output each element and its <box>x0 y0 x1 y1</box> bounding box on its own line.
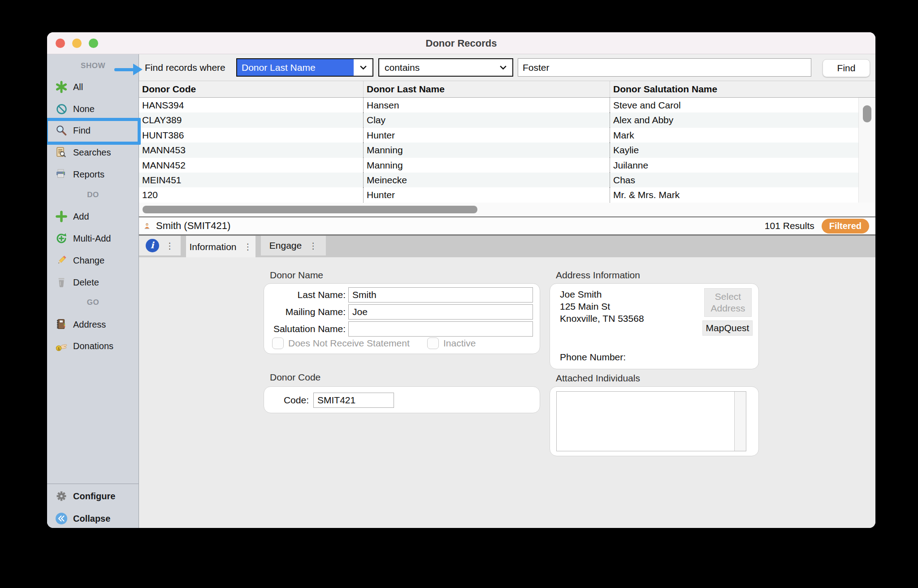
code-label: Code: <box>264 395 309 406</box>
cell-salutation: Chas <box>610 173 858 187</box>
printer-icon <box>54 168 69 181</box>
select-address-button[interactable]: Select Address <box>704 288 752 317</box>
sidebar-item-address[interactable]: Address <box>47 314 139 335</box>
last-name-input[interactable] <box>348 287 533 303</box>
cell-last-name: Meinecke <box>363 173 610 187</box>
annotation-arrow-line <box>114 68 134 71</box>
sidebar-item-label: Configure <box>73 491 115 502</box>
plus-icon <box>54 210 69 223</box>
address-info-panel: Joe Smith 125 Main St Knoxville, TN 5356… <box>550 283 759 369</box>
filtered-badge[interactable]: Filtered <box>822 219 869 233</box>
sidebar-item-configure[interactable]: Configure <box>47 485 139 507</box>
address-info-section-title: Address Information <box>556 270 640 281</box>
sidebar-item-change[interactable]: Change <box>47 250 139 271</box>
cell-donor-code: CLAY389 <box>139 112 363 127</box>
window-title: Donor Records <box>47 32 875 54</box>
cell-salutation: Juilanne <box>610 158 858 173</box>
cell-last-name: Hunter <box>363 187 610 202</box>
table-row[interactable]: MANN452 Manning Juilanne <box>139 158 858 173</box>
address-city-state-zip: Knoxville, TN 53568 <box>560 312 644 324</box>
vertical-dots-icon[interactable]: ⋮ <box>309 242 317 250</box>
inactive-label: Inactive <box>443 338 476 349</box>
find-records-where-label: Find records where <box>145 54 225 81</box>
sidebar-item-delete[interactable]: Delete <box>47 272 139 293</box>
sidebar-item-all[interactable]: All <box>47 76 139 98</box>
inactive-checkbox[interactable] <box>427 337 439 349</box>
donor-code-panel: Code: <box>264 386 540 413</box>
field-select[interactable]: Donor Last Name <box>236 58 373 77</box>
sidebar-item-label: Searches <box>73 147 111 158</box>
find-records-bar: Find records where Donor Last Name conta… <box>139 54 875 81</box>
multi-add-icon <box>54 232 69 245</box>
address-name: Joe Smith <box>560 288 644 300</box>
sidebar-footer-divider <box>47 484 139 484</box>
chevron-down-icon <box>354 59 372 76</box>
none-icon <box>54 103 69 115</box>
mailing-name-input[interactable] <box>348 304 533 320</box>
record-detail-area: Donor Name Last Name: Mailing Name: Salu… <box>139 257 875 528</box>
table-row[interactable]: MANN453 Manning Kaylie <box>139 143 858 157</box>
vertical-dots-icon[interactable]: ⋮ <box>165 242 174 250</box>
sidebar-item-multi-add[interactable]: Multi-Add <box>47 228 139 249</box>
cell-salutation: Kaylie <box>610 143 858 157</box>
sidebar-item-label: All <box>73 82 83 92</box>
salutation-name-input[interactable] <box>348 321 533 337</box>
table-row[interactable]: HANS394 Hansen Steve and Carol <box>139 98 858 112</box>
sidebar-item-none[interactable]: None <box>47 98 139 120</box>
table-row[interactable]: MEIN451 Meinecke Chas <box>139 173 858 187</box>
last-name-label: Last Name: <box>264 290 346 300</box>
tab-information[interactable]: Information ⋮ <box>186 236 255 258</box>
sidebar-item-label: Add <box>73 212 89 222</box>
tab-bar: i ⋮ Information ⋮ Engage ⋮ <box>139 235 875 257</box>
record-bar-right: 101 Results Filtered <box>765 219 875 233</box>
asterisk-icon <box>54 81 69 93</box>
sidebar-item-collapse[interactable]: Collapse <box>47 508 139 528</box>
sidebar-item-add[interactable]: Add <box>47 206 139 227</box>
results-table: Donor Code Donor Last Name Donor Salutat… <box>139 81 875 203</box>
sidebar-item-reports[interactable]: Reports <box>47 164 139 185</box>
table-row[interactable]: 120 Hunter Mr. & Mrs. Mark <box>139 187 858 202</box>
column-header-donor-salutation-name[interactable]: Donor Salutation Name <box>610 81 858 97</box>
sidebar-item-label: Multi-Add <box>73 233 111 244</box>
vertical-scrollbar[interactable] <box>858 98 875 203</box>
cell-donor-code: 120 <box>139 187 363 202</box>
horizontal-scrollbar-thumb[interactable] <box>143 206 477 213</box>
vertical-dots-icon[interactable]: ⋮ <box>244 242 252 251</box>
annotation-find-sidebar-highlight <box>47 118 141 145</box>
table-row[interactable]: HUNT386 Hunter Mark <box>139 128 858 143</box>
column-header-donor-code[interactable]: Donor Code <box>139 81 363 97</box>
collapse-chevrons-icon <box>54 512 69 525</box>
horizontal-scrollbar[interactable] <box>139 203 875 216</box>
info-icon[interactable]: i <box>146 239 159 252</box>
mapquest-button[interactable]: MapQuest <box>702 320 753 336</box>
find-button[interactable]: Find <box>823 59 870 77</box>
does-not-receive-statement-checkbox[interactable] <box>272 337 284 349</box>
table-row[interactable]: CLAY389 Clay Alex and Abby <box>139 112 858 127</box>
sidebar-item-label: Address <box>73 320 106 330</box>
search-query-input[interactable] <box>518 58 811 77</box>
screen: Donor Records SHOW All None F <box>0 0 918 588</box>
salutation-name-label: Salutation Name: <box>264 324 346 334</box>
sidebar-section-do: DO <box>47 185 139 205</box>
attached-individuals-list[interactable] <box>556 391 746 451</box>
column-header-donor-last-name[interactable]: Donor Last Name <box>363 81 610 97</box>
donor-code-input[interactable] <box>313 393 394 408</box>
vertical-scrollbar-thumb[interactable] <box>863 105 871 122</box>
sidebar-item-donations[interactable]: $ Donations <box>47 335 139 357</box>
cell-salutation: Steve and Carol <box>610 98 858 112</box>
sidebar-item-searches[interactable]: Searches <box>47 142 139 163</box>
tab-tools-segment[interactable]: i ⋮ <box>139 236 181 255</box>
sidebar-item-label: Change <box>73 255 104 266</box>
cell-salutation: Mr. & Mrs. Mark <box>610 187 858 202</box>
cell-donor-code: MANN453 <box>139 143 363 157</box>
operator-select[interactable]: contains <box>378 58 513 77</box>
cell-donor-code: MANN452 <box>139 158 363 173</box>
chevron-down-icon <box>494 59 512 76</box>
sidebar-section-show: SHOW <box>47 56 139 76</box>
donor-code-section-title: Donor Code <box>270 372 320 383</box>
svg-text:$: $ <box>57 346 60 351</box>
does-not-receive-statement-label: Does Not Receive Statement <box>288 338 410 349</box>
tab-engage[interactable]: Engage ⋮ <box>261 236 326 255</box>
app-window: Donor Records SHOW All None F <box>47 32 875 528</box>
list-scrollbar-track[interactable] <box>734 392 746 451</box>
